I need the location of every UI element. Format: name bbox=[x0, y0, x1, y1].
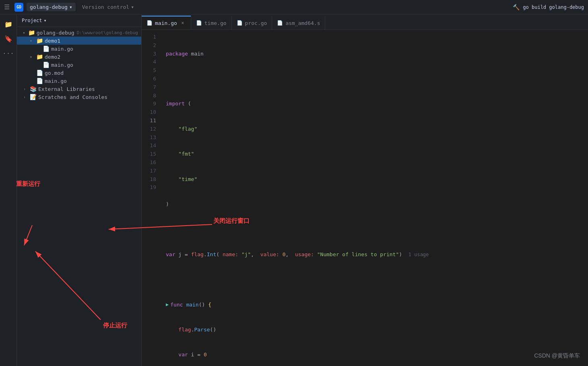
tab-time-go-label: time.go bbox=[204, 20, 227, 26]
project-view-icon[interactable]: 📁 bbox=[2, 18, 15, 31]
code-editor[interactable]: 1 2 3 4 5 6 7 8 9 10 11 12 13 14 15 16 1… bbox=[142, 30, 588, 366]
tree-item-demo2-main[interactable]: 📄 main.go bbox=[17, 61, 141, 69]
sidebar-header[interactable]: Project ▾ bbox=[17, 14, 141, 27]
tree-label-scratches: Scratches and Consoles bbox=[38, 94, 107, 100]
main-area: 📁 🔖 ··· ▶ 🐛 ⬆ Project ▾ ▾ 📁 golang-debug… bbox=[0, 14, 588, 366]
tree-item-golang-debug[interactable]: ▾ 📁 golang-debug D:\wwwroot\golang-debug bbox=[17, 29, 141, 37]
code-line-13: var i = 0 bbox=[166, 351, 588, 359]
annotation-close-window: 关闭运行窗口 bbox=[213, 217, 250, 225]
tree-label-root-main: main.go bbox=[45, 78, 67, 84]
run-button[interactable]: ▶ bbox=[166, 301, 169, 308]
code-line-9: var j = flag.Int( name: "j", value: 0, u… bbox=[166, 251, 588, 259]
tab-asm-amd64[interactable]: 📄 asm_amd64.s bbox=[272, 16, 325, 29]
tree-label-ext-libs: External Libraries bbox=[38, 86, 95, 92]
code-line-3: import ( bbox=[166, 100, 588, 108]
code-line-10 bbox=[166, 276, 588, 284]
tab-main-go-close[interactable]: × bbox=[179, 20, 186, 26]
tab-main-go[interactable]: 📄 main.go × bbox=[142, 16, 191, 29]
project-arrow: ▾ bbox=[69, 4, 72, 10]
code-line-6: "time" bbox=[166, 175, 588, 184]
tree-label-golang-debug: golang-debug bbox=[37, 30, 74, 36]
code-line-5: "fmt" bbox=[166, 150, 588, 158]
line-numbers: 1 2 3 4 5 6 7 8 9 10 11 12 13 14 15 16 1… bbox=[142, 30, 161, 366]
watermark: CSDN @黄昏单车 bbox=[534, 352, 580, 360]
project-selector[interactable]: golang-debug ▾ bbox=[27, 3, 76, 11]
app-icon: GD bbox=[14, 3, 23, 12]
annotation-stop-run: 停止运行 bbox=[103, 322, 127, 329]
tree-item-demo1[interactable]: ▾ 📁 demo1 bbox=[17, 37, 141, 45]
tree-item-ext-libs[interactable]: › 📚 External Libraries bbox=[17, 85, 141, 93]
more-tools-icon[interactable]: ··· bbox=[2, 47, 15, 60]
code-content: package main import ( "flag" "fmt" "time… bbox=[161, 30, 588, 366]
tree-label-demo2: demo2 bbox=[45, 54, 60, 60]
version-control[interactable]: Version control ▾ bbox=[79, 3, 137, 11]
code-line-2 bbox=[166, 75, 588, 83]
tree-item-scratches[interactable]: › 📝 Scratches and Consoles bbox=[17, 93, 141, 101]
code-line-11: ▶func main() { bbox=[166, 301, 588, 309]
title-bar-right: 🔨 go build golang-debug bbox=[513, 4, 584, 10]
tab-main-go-label: main.go bbox=[155, 20, 177, 26]
icon-bar: 📁 🔖 ··· ▶ 🐛 ⬆ bbox=[0, 14, 17, 366]
title-bar-left: ☰ GD golang-debug ▾ Version control ▾ bbox=[4, 3, 137, 12]
build-label: go build golang-debug bbox=[523, 4, 584, 10]
tree-label-gomod: go.mod bbox=[45, 70, 64, 76]
tree-label-demo2-main: main.go bbox=[51, 62, 73, 68]
code-line-8 bbox=[166, 225, 588, 234]
code-line-12: flag.Parse() bbox=[166, 326, 588, 334]
tree-label-demo1: demo1 bbox=[45, 38, 60, 44]
version-control-label: Version control bbox=[82, 4, 129, 10]
tree-path: D:\wwwroot\golang-debug bbox=[77, 30, 138, 35]
tab-time-go[interactable]: 📄 time.go bbox=[191, 16, 232, 29]
annotation-rerun: 重新运行 bbox=[16, 180, 40, 188]
tab-asm-amd64-label: asm_amd64.s bbox=[285, 20, 320, 26]
editor-area: 📄 main.go × 📄 time.go 📄 proc.go 📄 asm_am… bbox=[142, 14, 588, 366]
tab-proc-go-label: proc.go bbox=[245, 20, 267, 26]
tree-item-root-main[interactable]: 📄 main.go bbox=[17, 77, 141, 85]
version-arrow: ▾ bbox=[131, 4, 134, 10]
sidebar-tree: ▾ 📁 golang-debug D:\wwwroot\golang-debug… bbox=[17, 27, 141, 366]
title-bar: ☰ GD golang-debug ▾ Version control ▾ 🔨 … bbox=[0, 0, 588, 14]
code-line-7: ) bbox=[166, 200, 588, 209]
code-line-1: package main bbox=[166, 50, 588, 58]
hamburger-icon[interactable]: ☰ bbox=[4, 3, 10, 11]
code-line-4: "flag" bbox=[166, 125, 588, 134]
tree-item-gomod[interactable]: 📄 go.mod bbox=[17, 69, 141, 77]
project-name: golang-debug bbox=[30, 4, 68, 10]
tab-proc-go[interactable]: 📄 proc.go bbox=[232, 16, 272, 29]
tree-item-demo2[interactable]: ▾ 📁 demo2 bbox=[17, 53, 141, 61]
bookmarks-icon[interactable]: 🔖 bbox=[2, 32, 15, 45]
tab-bar: 📄 main.go × 📄 time.go 📄 proc.go 📄 asm_am… bbox=[142, 14, 588, 30]
sidebar-arrow: ▾ bbox=[44, 18, 47, 23]
sidebar: Project ▾ ▾ 📁 golang-debug D:\wwwroot\go… bbox=[17, 14, 142, 366]
tree-label-demo1-main: main.go bbox=[51, 46, 73, 52]
tree-item-demo1-main[interactable]: 📄 main.go bbox=[17, 45, 141, 53]
sidebar-title: Project bbox=[22, 18, 42, 23]
